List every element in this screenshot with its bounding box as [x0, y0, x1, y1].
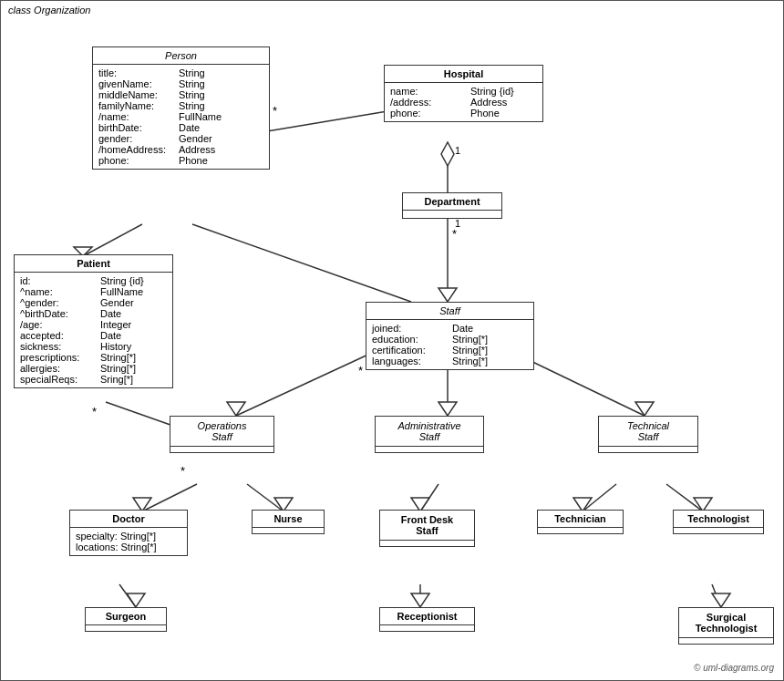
- doctor-class: Doctor specialty: String[*] locations: S…: [69, 510, 188, 556]
- hospital-class: Hospital name:String {id} /address:Addre…: [384, 65, 543, 122]
- svg-line-20: [583, 484, 616, 511]
- technical-staff-class: TechnicalStaff: [598, 416, 698, 453]
- staff-title: Staff: [366, 303, 533, 320]
- doctor-attrs: specialty: String[*] locations: String[*…: [70, 528, 187, 555]
- svg-marker-11: [438, 402, 457, 416]
- nurse-title: Nurse: [253, 511, 324, 528]
- technologist-attrs: [674, 528, 763, 533]
- svg-text:*: *: [181, 464, 185, 478]
- diagram: class Organization: [0, 0, 784, 681]
- technical-staff-attrs: [599, 447, 697, 452]
- patient-class: Patient id:String {id} ^name:FullName ^g…: [14, 254, 173, 388]
- svg-line-28: [712, 584, 721, 607]
- department-title: Department: [403, 193, 501, 211]
- surgical-technologist-title: SurgicalTechnologist: [679, 608, 773, 638]
- copyright: © uml-diagrams.org: [694, 663, 774, 673]
- person-class: Person title:String givenName:String mid…: [92, 46, 270, 170]
- svg-text:1: 1: [455, 218, 460, 229]
- svg-marker-27: [411, 593, 429, 607]
- nurse-class: Nurse: [252, 510, 325, 534]
- svg-line-8: [236, 347, 384, 416]
- svg-line-14: [142, 484, 197, 511]
- svg-marker-25: [127, 593, 145, 607]
- nurse-attrs: [253, 528, 324, 533]
- svg-text:*: *: [273, 104, 277, 118]
- front-desk-staff-class: Front DeskStaff: [379, 510, 475, 547]
- svg-marker-13: [635, 402, 654, 416]
- surgical-technologist-attrs: [679, 638, 773, 644]
- svg-marker-7: [438, 288, 457, 302]
- staff-class: Staff joined:Date education:String[*] ce…: [366, 302, 534, 370]
- technologist-class: Technologist: [673, 510, 764, 534]
- front-desk-staff-title: Front DeskStaff: [380, 511, 474, 541]
- svg-line-24: [119, 584, 136, 607]
- svg-line-0: [83, 224, 142, 256]
- svg-text:1: 1: [455, 145, 460, 156]
- staff-attrs: joined:Date education:String[*] certific…: [366, 320, 533, 369]
- person-title: Person: [93, 47, 269, 65]
- svg-marker-5: [441, 142, 454, 166]
- operations-staff-title: OperationsStaff: [170, 417, 273, 447]
- department-class: Department: [402, 192, 502, 219]
- technician-attrs: [538, 528, 623, 533]
- svg-line-22: [666, 484, 703, 511]
- svg-text:*: *: [92, 405, 97, 418]
- administrative-staff-attrs: [376, 447, 483, 452]
- svg-line-3: [256, 110, 393, 133]
- technical-staff-title: TechnicalStaff: [599, 417, 697, 447]
- technician-class: Technician: [537, 510, 624, 534]
- patient-title: Patient: [15, 255, 172, 273]
- svg-text:*: *: [452, 227, 457, 241]
- hospital-title: Hospital: [385, 66, 542, 83]
- technologist-title: Technologist: [674, 511, 763, 528]
- technician-title: Technician: [538, 511, 623, 528]
- person-attrs: title:String givenName:String middleName…: [93, 65, 269, 169]
- receptionist-class: Receptionist: [379, 607, 475, 632]
- front-desk-staff-attrs: [380, 541, 474, 546]
- patient-attrs: id:String {id} ^name:FullName ^gender:Ge…: [15, 273, 172, 387]
- administrative-staff-title: AdministrativeStaff: [376, 417, 483, 447]
- doctor-title: Doctor: [70, 511, 187, 528]
- operations-staff-attrs: [170, 447, 273, 452]
- surgeon-class: Surgeon: [85, 607, 167, 632]
- receptionist-title: Receptionist: [380, 608, 474, 625]
- svg-marker-9: [227, 402, 245, 416]
- receptionist-attrs: [380, 625, 474, 631]
- svg-line-1: [192, 224, 411, 302]
- svg-marker-29: [712, 593, 730, 607]
- diagram-title: class Organization: [8, 5, 91, 15]
- surgeon-attrs: [86, 625, 166, 631]
- surgical-technologist-class: SurgicalTechnologist: [678, 607, 774, 645]
- svg-line-18: [420, 484, 438, 511]
- svg-line-16: [247, 484, 284, 511]
- svg-text:*: *: [358, 364, 363, 377]
- hospital-attrs: name:String {id} /address:Address phone:…: [385, 83, 542, 121]
- surgeon-title: Surgeon: [86, 608, 166, 625]
- operations-staff-class: OperationsStaff: [170, 416, 274, 453]
- department-attrs: [403, 211, 501, 218]
- administrative-staff-class: AdministrativeStaff: [375, 416, 484, 453]
